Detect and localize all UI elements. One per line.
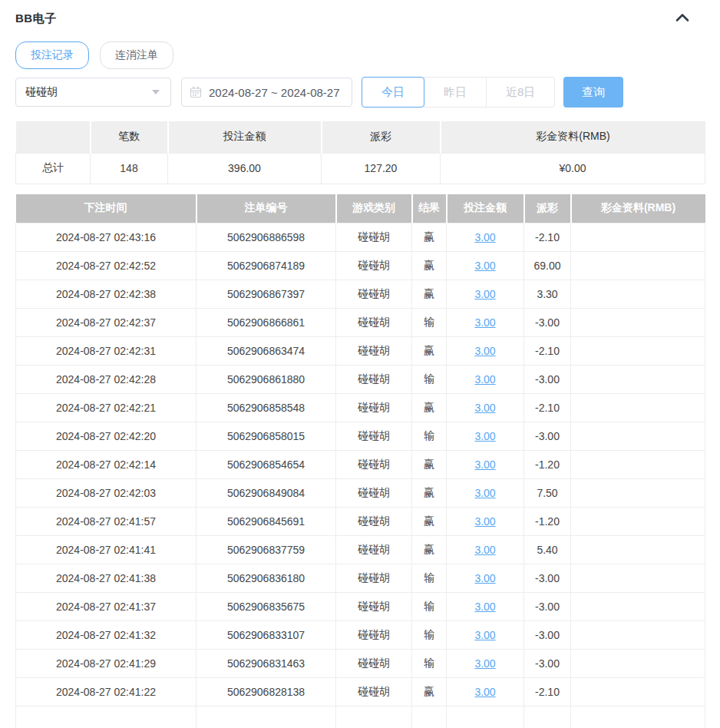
cell-bet-time: 2024-08-27 02:41:38 (16, 564, 197, 593)
summary-header-payout: 派彩 (322, 121, 441, 153)
tab-cancelled-orders[interactable]: 连消注单 (100, 41, 173, 69)
bet-amount-link[interactable]: 3.00 (474, 316, 495, 329)
cell-bet-amount: 3.00 (447, 621, 524, 650)
bet-amount-link[interactable]: 3.00 (474, 601, 495, 613)
bet-amount-link[interactable]: 3.00 (474, 686, 495, 698)
bet-amount-link[interactable]: 3.00 (474, 544, 495, 556)
summary-header-bonus: 彩金资料(RMB) (441, 121, 705, 153)
col-game-type: 游戏类别 (336, 194, 412, 223)
table-row: 2024-08-27 02:41:295062906831463碰碰胡输3.00… (16, 650, 705, 678)
game-type-select[interactable]: 碰碰胡 (15, 78, 171, 107)
cell-empty (524, 706, 571, 728)
cell-bet-time: 2024-08-27 02:42:14 (16, 451, 197, 479)
table-row: 2024-08-27 02:42:385062906867397碰碰胡赢3.00… (16, 280, 705, 309)
cell-payout: -3.00 (524, 422, 571, 451)
bet-amount-link[interactable]: 3.00 (474, 345, 495, 357)
cell-order-id: 5062906845691 (197, 508, 336, 536)
cell-bet-time: 2024-08-27 02:42:28 (16, 366, 197, 394)
cell-bet-time: 2024-08-27 02:43:16 (16, 223, 197, 252)
bet-amount-link[interactable]: 3.00 (474, 373, 495, 386)
quick-range-today[interactable]: 今日 (362, 77, 424, 108)
summary-header-bet-amount: 投注金额 (168, 121, 322, 153)
cell-game-type: 碰碰胡 (336, 337, 412, 366)
cell-payout: -3.00 (524, 309, 571, 337)
bet-amount-link[interactable]: 3.00 (474, 629, 495, 641)
cell-empty (336, 706, 412, 728)
cell-game-type: 碰碰胡 (336, 650, 412, 678)
cell-bonus (571, 309, 705, 337)
cell-game-type: 碰碰胡 (336, 252, 412, 280)
quick-range-label: 近8日 (506, 85, 535, 100)
cell-bonus (571, 422, 705, 451)
cell-result: 赢 (412, 394, 447, 422)
cell-order-id: 5062906837759 (197, 536, 336, 564)
cell-bet-amount: 3.00 (447, 366, 524, 394)
cell-order-id: 5062906858015 (197, 422, 336, 451)
cell-bonus (571, 593, 705, 621)
cell-bet-amount: 3.00 (447, 536, 524, 564)
cell-bonus (571, 621, 705, 650)
bet-amount-link[interactable]: 3.00 (474, 402, 495, 414)
cell-bet-time: 2024-08-27 02:41:57 (16, 508, 197, 536)
cell-bonus (571, 223, 705, 252)
cell-empty (197, 706, 336, 728)
cell-game-type: 碰碰胡 (336, 394, 412, 422)
cell-result: 输 (412, 422, 447, 451)
filter-controls: 碰碰胡 2024-08-27 ~ 2024-08-27 (15, 77, 705, 108)
table-row: 2024-08-27 02:42:375062906866861碰碰胡输3.00… (16, 309, 705, 337)
table-row: 2024-08-27 02:42:205062906858015碰碰胡输3.00… (16, 422, 705, 451)
bet-amount-link[interactable]: 3.00 (474, 288, 495, 300)
cell-bonus (571, 564, 705, 593)
tab-betting-records[interactable]: 投注记录 (15, 41, 89, 69)
table-row: 2024-08-27 02:41:375062906835675碰碰胡输3.00… (16, 593, 705, 621)
bet-amount-link[interactable]: 3.00 (474, 515, 495, 528)
cell-bet-amount: 3.00 (447, 593, 524, 621)
summary-total-row: 总计 148 396.00 127.20 ¥0.00 (16, 153, 705, 184)
cell-payout: -3.00 (524, 564, 571, 593)
bet-amount-link[interactable]: 3.00 (474, 657, 495, 670)
cell-order-id: 5062906835675 (197, 593, 336, 621)
cell-payout: 69.00 (524, 252, 571, 280)
quick-range-last8days[interactable]: 近8日 (486, 77, 555, 108)
cell-game-type: 碰碰胡 (336, 309, 412, 337)
cell-empty (16, 706, 197, 728)
cell-order-id: 5062906831463 (197, 650, 336, 678)
bet-amount-link[interactable]: 3.00 (474, 260, 495, 272)
table-row-partial (16, 706, 705, 728)
table-row: 2024-08-27 02:43:165062906886598碰碰胡赢3.00… (16, 223, 705, 252)
cell-order-id: 5062906861880 (197, 366, 336, 394)
summary-total-payout: 127.20 (322, 153, 441, 184)
date-range-picker[interactable]: 2024-08-27 ~ 2024-08-27 (181, 78, 352, 107)
collapse-panel-button[interactable] (671, 12, 694, 26)
cell-game-type: 碰碰胡 (336, 422, 412, 451)
cell-bet-amount: 3.00 (447, 650, 524, 678)
quick-range-yesterday[interactable]: 昨日 (424, 77, 487, 108)
table-row: 2024-08-27 02:41:575062906845691碰碰胡赢3.00… (16, 508, 705, 536)
bet-records-table: 下注时间 注单编号 游戏类别 结果 投注金额 派彩 彩金资料(RMB) 2024… (15, 194, 705, 728)
bet-amount-link[interactable]: 3.00 (474, 458, 495, 471)
cell-result: 输 (412, 621, 447, 650)
cell-bonus (571, 451, 705, 479)
cell-payout: -2.10 (524, 394, 571, 422)
cell-bonus (571, 479, 705, 508)
cell-order-id: 5062906866861 (197, 309, 336, 337)
bet-amount-link[interactable]: 3.00 (474, 487, 495, 499)
col-bet-time: 下注时间 (16, 194, 197, 223)
tab-label: 连消注单 (115, 48, 158, 62)
cell-bet-time: 2024-08-27 02:41:37 (16, 593, 197, 621)
cell-game-type: 碰碰胡 (336, 536, 412, 564)
bet-amount-link[interactable]: 3.00 (474, 231, 495, 243)
summary-header-row: 笔数 投注金额 派彩 彩金资料(RMB) (16, 121, 705, 153)
cell-order-id: 5062906854654 (197, 451, 336, 479)
cell-bet-amount: 3.00 (447, 337, 524, 366)
cell-result: 赢 (412, 223, 447, 252)
bet-amount-link[interactable]: 3.00 (474, 430, 495, 442)
cell-game-type: 碰碰胡 (336, 508, 412, 536)
bet-amount-link[interactable]: 3.00 (474, 572, 495, 584)
cell-bonus (571, 508, 705, 536)
table-row: 2024-08-27 02:41:225062906828138碰碰胡赢3.00… (16, 678, 705, 706)
cell-game-type: 碰碰胡 (336, 366, 412, 394)
cell-bet-time: 2024-08-27 02:42:20 (16, 422, 197, 451)
query-button[interactable]: 查询 (563, 77, 623, 108)
cell-order-id: 5062906849084 (197, 479, 336, 508)
